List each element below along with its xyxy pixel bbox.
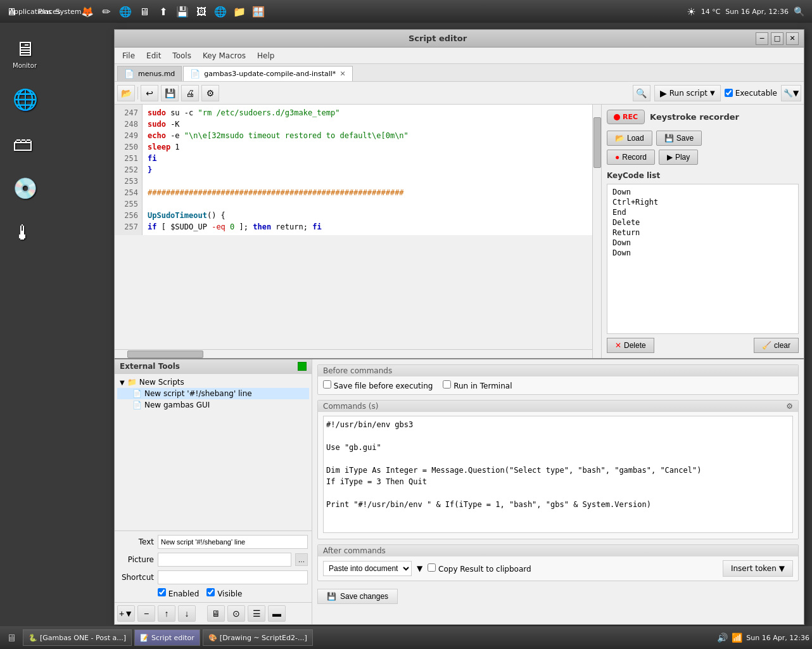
tb4-btn[interactable]: ▬	[268, 605, 286, 622]
save-changes-button[interactable]: 💾 Save changes	[317, 589, 398, 604]
enabled-checkbox[interactable]	[158, 588, 166, 596]
shortcut-input[interactable]	[158, 570, 308, 584]
tb3-btn[interactable]: ☰	[248, 605, 265, 622]
taskbar-app-2[interactable]: ✏️	[98, 3, 115, 20]
executable-checkbox[interactable]	[725, 89, 733, 97]
tree-item-gambas-gui[interactable]: 📄 New gambas GUI	[117, 399, 309, 411]
toolbar-print-btn[interactable]: 🖨	[181, 85, 199, 101]
applications-menu[interactable]: Applications	[22, 3, 39, 20]
taskbar-app-6[interactable]: 💾	[174, 3, 191, 20]
run-terminal-checkbox[interactable]	[443, 380, 451, 389]
tabs-bar: 📄 menus.md 📄 gambas3-update-compile-and-…	[115, 64, 804, 82]
after-commands-label: After commands	[323, 546, 386, 555]
menu-tools[interactable]: Tools	[167, 50, 196, 61]
insert-token-button[interactable]: Insert token ▼	[723, 560, 793, 577]
paste-select[interactable]: Paste into document	[323, 561, 412, 576]
taskbar-app-8[interactable]: 🌐	[212, 3, 229, 20]
tree-item-new-scripts[interactable]: ▼ 📁 New Scripts	[117, 376, 309, 388]
tree-item-shebang[interactable]: 📄 New script '#!/shebang' line	[117, 388, 309, 399]
rec-indicator[interactable]: REC	[607, 110, 645, 124]
load-button[interactable]: 📂 Load	[607, 131, 652, 146]
desktop-icon-therm[interactable]: 🌡	[13, 219, 33, 245]
picture-input[interactable]	[158, 553, 291, 567]
task-script-editor[interactable]: 📝 Script editor	[134, 629, 200, 646]
before-commands-row: Save file before executing Run in Termin…	[323, 380, 793, 390]
toolbar-settings-btn[interactable]: ⚙	[201, 85, 219, 101]
picture-field-row: Picture …	[118, 553, 308, 567]
save-button[interactable]: 💾 Save	[656, 131, 702, 146]
taskbar-app-3[interactable]: 🌐	[117, 3, 134, 20]
keycode-list: Down Ctrl+Right End Delete Return Down D…	[607, 184, 799, 334]
visible-checkbox[interactable]	[206, 588, 215, 596]
tb1-btn[interactable]: 🖥	[207, 605, 225, 622]
picture-label: Picture	[118, 555, 154, 564]
run-terminal-text: Run in Terminal	[454, 382, 512, 390]
desktop-icon-monitor[interactable]: 🖥 Monitor	[13, 35, 37, 69]
taskbar-app-1[interactable]: 🦊	[79, 3, 96, 20]
picture-browse-button[interactable]: …	[295, 553, 308, 566]
move-up-btn[interactable]: ↑	[158, 605, 175, 622]
toolbar-open-btn[interactable]: 📂	[117, 85, 135, 101]
system-menu[interactable]: System	[60, 3, 77, 20]
tab-close-icon[interactable]: ✕	[339, 70, 345, 78]
move-down-btn[interactable]: ↓	[178, 605, 196, 622]
h-scrollbar-thumb[interactable]	[127, 350, 203, 358]
tray-icon-2[interactable]: 📶	[732, 633, 742, 643]
tree-expand-icon[interactable]: ▼	[120, 379, 125, 386]
commands-textarea[interactable]: #!/usr/bin/env gbs3 Use "gb.gui" Dim iTy…	[323, 416, 793, 533]
add-item-btn[interactable]: +▼	[117, 605, 135, 622]
horizontal-scrollbar[interactable]	[115, 349, 592, 358]
toolbar: 📂 ↩ 💾 🖨 ⚙ 🔍 ▶ Run script ▼ Executable 🔧▼	[115, 82, 804, 105]
menu-file[interactable]: File	[117, 50, 140, 61]
scrollbar-thumb[interactable]	[593, 117, 601, 168]
toolbar-undo-btn[interactable]: ↩	[141, 85, 158, 101]
tools-dropdown-btn[interactable]: 🔧▼	[781, 85, 801, 101]
code-content[interactable]: sudo su -c "rm /etc/sudoers.d/g3make_tem…	[143, 105, 601, 235]
recorder-record-play-row: ● Record ▶ Play	[607, 150, 799, 165]
remove-item-btn[interactable]: −	[137, 605, 155, 622]
desktop-icon-globe[interactable]: 🌐	[13, 86, 38, 112]
clear-button[interactable]: 🧹 clear	[754, 338, 799, 353]
taskbar-app-9[interactable]: 📁	[231, 3, 248, 20]
taskbar-app-10[interactable]: 🪟	[250, 3, 267, 20]
menu-edit[interactable]: Edit	[141, 50, 166, 61]
tab-gambas-label: gambas3-update-compile-and-install*	[204, 70, 336, 78]
run-script-button[interactable]: ▶ Run script ▼	[654, 85, 721, 101]
tab-menus-label: menus.md	[138, 70, 175, 78]
maximize-button[interactable]: □	[771, 32, 783, 45]
taskbar-app-5[interactable]: ⬆	[155, 3, 172, 20]
toolbar-save-btn[interactable]: 💾	[161, 85, 179, 101]
tab-menus[interactable]: 📄 menus.md	[117, 66, 182, 81]
play-button[interactable]: ▶ Play	[659, 150, 698, 165]
desktop-icon-drive[interactable]: 💿	[13, 175, 38, 200]
code-line-250: sleep 1	[148, 141, 596, 153]
close-button[interactable]: ✕	[786, 32, 799, 45]
record-button[interactable]: ● Record	[607, 150, 655, 165]
after-commands-row: Paste into document ▼ Copy Result to cli…	[323, 560, 793, 577]
delete-button[interactable]: ✕ Delete	[607, 338, 654, 353]
external-tools-title: External Tools	[120, 362, 180, 371]
menu-key-macros[interactable]: Key Macros	[198, 50, 251, 61]
menu-help[interactable]: Help	[252, 50, 279, 61]
text-input[interactable]	[158, 535, 308, 549]
copy-clipboard-text: Copy Result to clipboard	[438, 565, 531, 574]
save-file-checkbox[interactable]	[323, 380, 331, 389]
task-gambas[interactable]: 🐍 [Gambas ONE - Post a...]	[23, 629, 132, 646]
desktop-icon-icons[interactable]: 🗃	[13, 131, 33, 156]
search-icon[interactable]: 🔍	[633, 85, 650, 101]
bottom-taskbar-icon[interactable]: 🖥	[3, 629, 20, 646]
taskbar-app-4[interactable]: 🖥	[136, 3, 153, 20]
code-line-257: if [ $SUDO_UP -eq 0 ]; then return; fi	[148, 221, 596, 233]
tab-gambas[interactable]: 📄 gambas3-update-compile-and-install* ✕	[183, 66, 352, 81]
copy-clipboard-checkbox[interactable]	[428, 563, 436, 572]
top-taskbar: 🖥 Applications Places System 🦊 ✏️ 🌐 🖥 ⬆ …	[0, 0, 812, 23]
minimize-button[interactable]: ─	[756, 32, 768, 45]
tb2-btn[interactable]: ⊙	[227, 605, 245, 622]
task-drawing[interactable]: 🎨 [Drawing ~ ScriptEd2-...]	[203, 629, 313, 646]
clear-icon: 🧹	[762, 341, 771, 350]
taskbar-app-7[interactable]: 🖼	[193, 3, 210, 20]
tray-icon-1[interactable]: 🔊	[717, 633, 728, 643]
code-editor[interactable]: 247 248 249 250 251 252 253 254 255 256 …	[115, 105, 601, 235]
script-editor-window: Script editor ─ □ ✕ File Edit Tools Key …	[114, 29, 804, 625]
vertical-scrollbar[interactable]	[592, 105, 601, 358]
